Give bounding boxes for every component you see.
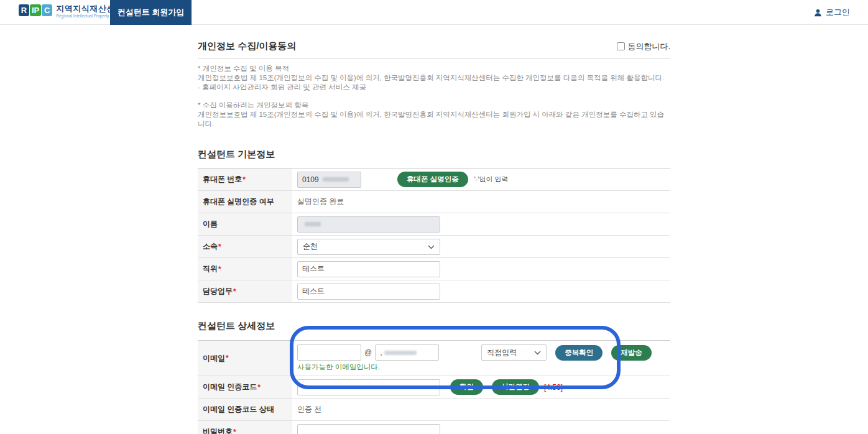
signup-form: 개인정보 수집/이용동의 동의합니다. * 개인정보 수집 및 이용 목적 개인… [198,25,670,434]
password-label: 비밀번호* [198,421,292,434]
row-affiliation: 소속* 순천 [198,236,670,258]
chevron-down-icon [534,348,541,357]
auth-status-value: 인증 전 [297,404,321,415]
consent-title: 개인정보 수집/이용동의 [198,40,296,52]
affiliation-label: 소속* [198,236,292,257]
required-mark: * [257,383,261,392]
agree-control[interactable]: 동의합니다. [617,41,670,52]
consent-line: 개인정보보호법 제 15조(개인정보의 수집 및 이용)에 의거, 한국발명진흥… [198,110,670,129]
auth-code-label: 이메일 인증코드* [198,376,292,398]
row-auth-code: 이메일 인증코드* 확인 시간연장 [4:56] [198,376,670,399]
row-position: 직위* [198,258,670,280]
required-mark: * [218,265,221,274]
affiliation-select[interactable]: 순천 [297,239,440,255]
email-at-sign: @ [364,348,372,357]
ripc-logo[interactable]: R IP C 지역지식재산센터 Regional Intellectual Pr… [19,4,123,18]
consent-line: * 수집 이용하려는 개인정보의 항목 [198,101,670,110]
agree-label: 동의합니다. [627,41,670,52]
phone-status-label: 휴대폰 실명인증 여부 [198,191,292,213]
auth-code-confirm-button[interactable]: 확인 [450,379,483,395]
row-name: 이름 [198,213,670,236]
phone-status-value: 실명인증 완료 [297,196,344,207]
email-label: 이메일* [198,341,292,376]
required-mark: * [218,242,221,251]
email-duplicate-check-button[interactable]: 중복확인 [555,345,603,361]
tab-consultant-signup[interactable]: 컨설턴트 회원가입 [110,0,192,25]
required-mark: * [242,175,246,184]
consent-line: * 개인정보 수집 및 이용 목적 [198,64,670,73]
user-icon [813,8,823,17]
phone-verify-button[interactable]: 휴대폰 실명인증 [397,172,468,187]
logo-letter-c: C [42,4,52,16]
consent-line: - 홈페이지 사업관리자 회원 관리 및 관련 서비스 제공 [198,83,670,92]
affiliation-select-value: 순천 [303,241,318,252]
name-label: 이름 [198,213,292,235]
phone-redacted-digits [323,177,349,182]
row-phone-status: 휴대폰 실명인증 여부 실명인증 완료 [198,191,670,213]
login-label: 로그인 [826,7,850,18]
phone-label: 휴대폰 번호* [198,169,292,190]
consent-line: 개인정보보호법 제 15조(개인정보의 수집 및 이용)에 의거, 한국발명진흥… [198,73,670,83]
row-duty: 담당업무* [198,280,670,303]
email-local-input[interactable] [297,344,361,361]
required-mark: * [226,354,229,362]
chevron-down-icon [428,242,435,251]
position-input[interactable] [297,261,440,277]
auth-code-timer: [4:56] [544,383,563,392]
phone-hint: '-'없이 입력 [474,175,509,184]
row-auth-status: 이메일 인증코드 상태 인증 전 [198,399,670,421]
auth-code-extend-button[interactable]: 시간연장 [492,379,539,395]
required-mark: * [233,428,236,434]
consent-purpose-paragraph: * 개인정보 수집 및 이용 목적 개인정보보호법 제 15조(개인정보의 수집… [198,64,670,92]
consent-items-paragraph: * 수집 이용하려는 개인정보의 항목 개인정보보호법 제 15조(개인정보의 … [198,101,670,129]
position-label: 직위* [198,258,292,280]
duty-label: 담당업무* [198,280,292,302]
agree-checkbox[interactable] [617,42,625,50]
logo-letter-ip: IP [30,4,41,16]
email-resend-button[interactable]: 재발송 [611,345,652,361]
email-domain-select-value: 직접입력 [487,348,517,358]
row-password: 비밀번호* [198,421,670,434]
login-button[interactable]: 로그인 [813,0,850,25]
name-redacted-value [305,222,321,226]
row-phone: 휴대폰 번호* 휴대폰 실명인증 '-'없이 입력 [198,169,670,191]
detail-info-table: 이메일* @ 직접입력 [198,340,670,434]
top-header: R IP C 지역지식재산센터 Regional Intellectual Pr… [0,0,868,25]
ripc-logo-mark: R IP C [19,4,52,16]
required-mark: * [233,287,236,296]
logo-letter-r: R [19,4,29,16]
email-success-message: 사용가능한 이메일입니다. [297,362,380,372]
consent-section-header: 개인정보 수집/이용동의 동의합니다. [198,40,670,58]
password-input[interactable] [297,424,440,434]
auth-status-label: 이메일 인증코드 상태 [198,399,292,420]
detail-info-title: 컨설턴트 상세정보 [198,320,670,332]
email-domain-redacted [384,351,417,355]
email-domain-select[interactable]: 직접입력 [481,344,547,361]
row-email: 이메일* @ 직접입력 [198,341,670,376]
auth-code-input[interactable] [297,379,440,395]
signup-page: R IP C 지역지식재산센터 Regional Intellectual Pr… [0,0,868,434]
duty-input[interactable] [297,284,440,300]
basic-info-title: 컨설턴트 기본정보 [198,149,670,160]
basic-info-table: 휴대폰 번호* 휴대폰 실명인증 '-'없이 입력 휴대폰 실명인증 여부 실명… [198,168,670,303]
